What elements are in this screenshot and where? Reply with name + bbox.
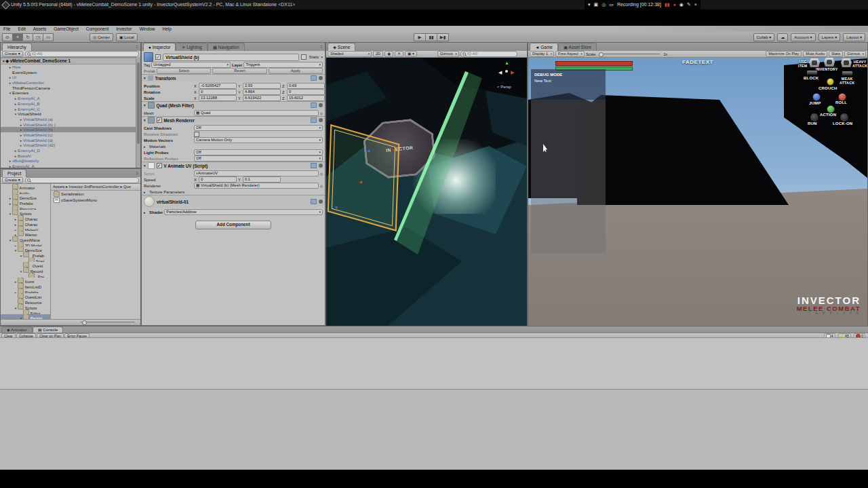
hierarchy-item[interactable]: ▸VirtualShield (a): [1, 117, 140, 122]
x-field[interactable]: 0: [199, 89, 237, 95]
project-folder[interactable]: Resource: [1, 205, 50, 210]
hierarchy-item[interactable]: EventSystem: [1, 70, 140, 75]
speed-y-field[interactable]: 0.1: [243, 176, 281, 183]
menu-item[interactable]: GameObject: [54, 26, 79, 32]
light-probes-dropdown[interactable]: Off: [194, 149, 323, 155]
help-icon[interactable]: [311, 102, 317, 108]
thumbnail-size-slider[interactable]: [81, 322, 135, 322]
scene-viewport[interactable]: INVECTOR ◀ ◀ ▼ ▲ ▶ ◀ < Persp: [326, 58, 527, 326]
tool-button[interactable]: ▭: [43, 33, 54, 41]
panel-menu-icon[interactable]: ≡: [136, 45, 138, 49]
record-icon[interactable]: ●: [673, 0, 676, 10]
gear-icon[interactable]: [319, 164, 323, 168]
help-icon[interactable]: [311, 163, 317, 168]
monitor-icon[interactable]: ▭: [609, 0, 614, 10]
hierarchy-item[interactable]: ▸Hive: [1, 64, 140, 70]
help-icon[interactable]: [311, 199, 317, 204]
tab-lighting[interactable]: ☀ Lighting: [176, 43, 207, 51]
project-folder[interactable]: ▾ Scripts: [1, 210, 50, 215]
menu-item[interactable]: Assets: [33, 26, 47, 32]
transform-header[interactable]: ▾ Transform: [142, 74, 325, 81]
hierarchy-item[interactable]: ▸EnemyAI_A: [1, 164, 140, 168]
component-enabled-checkbox[interactable]: ✓: [157, 163, 162, 168]
project-folder[interactable]: Animator: [1, 184, 50, 189]
search-input[interactable]: [25, 177, 139, 183]
layer-dropdown[interactable]: Triggers: [243, 62, 323, 68]
tab-scene[interactable]: ◈ Scene: [328, 43, 355, 51]
project-folder[interactable]: _Quest: [1, 262, 50, 267]
gear-icon[interactable]: [319, 200, 323, 204]
project-folder[interactable]: Resource: [1, 299, 50, 304]
gameobject-name-field[interactable]: VirtualShield (b): [163, 54, 299, 61]
scene-orientation-gizmo[interactable]: ▲ ▶ ◀: [497, 62, 516, 81]
project-folder[interactable]: QuestList: [1, 293, 50, 299]
materials-foldout[interactable]: ▸ Materials: [144, 143, 323, 149]
project-folder[interactable]: ▸ 3D Model: [1, 242, 50, 247]
object-picker-icon[interactable]: ◎: [320, 111, 323, 115]
object-picker-icon[interactable]: ◎: [320, 184, 323, 188]
texture-parameters-foldout[interactable]: ▸ Texture Parameters: [144, 189, 323, 195]
gear-icon[interactable]: [319, 76, 323, 80]
static-dropdown-icon[interactable]: ▾: [321, 55, 323, 59]
y-field[interactable]: 2.93: [243, 83, 281, 89]
account-button[interactable]: Account ▾: [791, 33, 815, 41]
project-folder[interactable]: ▸ Waypo: [1, 231, 50, 236]
tab-navigation[interactable]: ▦ Navigation: [208, 43, 245, 51]
prefab-select-button[interactable]: Select: [157, 68, 211, 74]
tool-button[interactable]: ◳: [33, 33, 43, 41]
help-icon[interactable]: [311, 75, 317, 81]
panel-menu-icon[interactable]: ≡: [136, 171, 138, 175]
mesh-filter-header[interactable]: ▾ Quad (Mesh Filter): [142, 101, 325, 109]
material-header[interactable]: virtualShield-01: [142, 195, 325, 208]
aspect-dropdown[interactable]: Free Aspect: [555, 51, 585, 57]
project-folder[interactable]: ▾ QuestMana: [1, 236, 50, 242]
project-folder[interactable]: ▾ Scripts: [1, 304, 50, 309]
y-field[interactable]: 6.619422: [243, 95, 281, 101]
help-icon[interactable]: [311, 117, 317, 123]
cast-shadows-dropdown[interactable]: Off: [194, 125, 323, 131]
display-dropdown[interactable]: Display 1: [530, 51, 554, 57]
script-field[interactable]: vAnimateUV: [194, 170, 319, 176]
stats-toggle[interactable]: Stats: [829, 51, 843, 57]
y-axis-cone[interactable]: ▲: [505, 60, 509, 65]
scale-slider[interactable]: [599, 54, 660, 54]
play-button[interactable]: ▶: [414, 33, 425, 41]
project-folder[interactable]: Scen: [1, 257, 50, 263]
tool-button[interactable]: +: [12, 33, 22, 41]
file-item[interactable]: Serialization: [51, 191, 140, 197]
x-field[interactable]: 13.12288: [199, 95, 237, 101]
hierarchy-scrollbar[interactable]: [136, 57, 140, 168]
renderer-object-field[interactable]: ▦ VirtualShield (b) (Mesh Renderer): [194, 183, 319, 189]
search-input[interactable]: (Q-All): [25, 51, 139, 57]
tab-animator[interactable]: ◆ Animator: [1, 326, 33, 333]
gizmo-center[interactable]: [505, 70, 508, 73]
scene-header[interactable]: ▾ ◆ vMeleeCombat_DemoScene 1: [1, 58, 140, 64]
object-picker-icon[interactable]: ◎: [320, 172, 323, 176]
static-checkbox[interactable]: [301, 54, 307, 60]
tag-dropdown[interactable]: Untagged: [151, 62, 231, 68]
gear-icon[interactable]: [319, 103, 323, 107]
tab-asset-store[interactable]: ▣ Asset Store: [558, 43, 597, 51]
add-component-button[interactable]: Add Component: [195, 221, 271, 229]
tab-game[interactable]: ◄ Game: [530, 43, 558, 51]
hierarchy-item[interactable]: ▸EnemyAI_A: [1, 96, 140, 101]
tab-console[interactable]: ▤ Console: [33, 326, 63, 333]
y-field[interactable]: 4.864: [243, 89, 281, 95]
receive-shadows-checkbox[interactable]: [194, 132, 199, 137]
gizmos-dropdown[interactable]: Gizmos: [437, 51, 459, 57]
scene-search-input[interactable]: (Q-All): [460, 51, 517, 57]
menu-item[interactable]: File: [3, 26, 10, 32]
camera-icon[interactable]: ◉: [679, 0, 684, 10]
project-folder[interactable]: _Pre: [1, 273, 50, 278]
layers-button[interactable]: Layers ▾: [818, 33, 841, 41]
mesh-renderer-header[interactable]: ▾ ✓ Mesh Renderer: [142, 116, 325, 124]
prefab-apply-button[interactable]: Apply: [269, 68, 323, 74]
menu-item[interactable]: Help: [163, 26, 172, 32]
step-button[interactable]: ▶▮: [437, 33, 449, 41]
mute-audio-toggle[interactable]: Mute Audio: [803, 51, 827, 57]
active-checkbox[interactable]: ✓: [155, 54, 161, 60]
console-log-area[interactable]: [0, 337, 868, 470]
project-folder[interactable]: ▸ Prefabs: [1, 288, 50, 294]
2d-toggle[interactable]: 2D: [373, 51, 383, 57]
hierarchy-item[interactable]: ▸vMeleeController: [1, 80, 140, 86]
